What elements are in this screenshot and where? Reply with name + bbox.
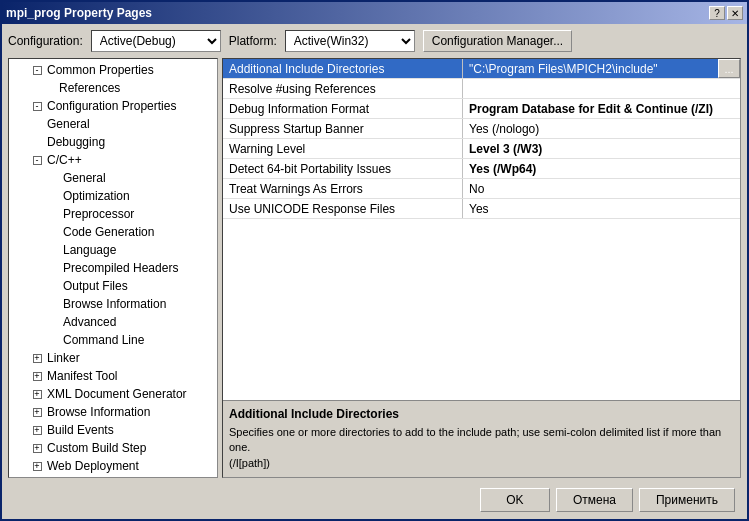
description-text: Specifies one or more directories to add…	[229, 425, 734, 471]
expander-cpp[interactable]: -	[29, 152, 45, 168]
prop-row-resolve-using[interactable]: Resolve #using References	[223, 79, 740, 99]
expander-browse-information[interactable]: +	[29, 404, 45, 420]
tree-label-optimization: Optimization	[61, 189, 130, 203]
tree-item-output-files[interactable]: Output Files	[9, 277, 217, 295]
tree-item-custom-build-step[interactable]: + Custom Build Step	[9, 439, 217, 457]
tree-label-linker: Linker	[45, 351, 80, 365]
prop-row-warning-level[interactable]: Warning Level Level 3 (/W3)	[223, 139, 740, 159]
prop-name-resolve-using: Resolve #using References	[223, 79, 463, 98]
title-bar-buttons: ? ✕	[709, 6, 743, 20]
title-bar: mpi_prog Property Pages ? ✕	[2, 2, 747, 24]
tree-label-web-deployment: Web Deployment	[45, 459, 139, 473]
tree-item-general[interactable]: General	[9, 115, 217, 133]
tree-item-build-events[interactable]: + Build Events	[9, 421, 217, 439]
tree-label-command-line: Command Line	[61, 333, 144, 347]
cancel-button[interactable]: Отмена	[556, 488, 633, 512]
tree-item-xml-doc[interactable]: + XML Document Generator	[9, 385, 217, 403]
prop-value-debug-info: Program Database for Edit & Continue (/Z…	[463, 99, 740, 118]
prop-name-debug-info: Debug Information Format	[223, 99, 463, 118]
tree-label-code-generation: Code Generation	[61, 225, 154, 239]
prop-row-debug-info[interactable]: Debug Information Format Program Databas…	[223, 99, 740, 119]
platform-select[interactable]: Active(Win32)	[285, 30, 415, 52]
prop-name-additional-include: Additional Include Directories	[223, 59, 463, 78]
tree-item-cpp[interactable]: - C/C++	[9, 151, 217, 169]
tree-item-browse-info[interactable]: Browse Information	[9, 295, 217, 313]
expander-manifest-tool[interactable]: +	[29, 368, 45, 384]
main-panels: - Common Properties References - Configu…	[8, 58, 741, 478]
tree-item-preprocessor[interactable]: Preprocessor	[9, 205, 217, 223]
tree-label-custom-build-step: Custom Build Step	[45, 441, 146, 455]
prop-row-suppress-banner[interactable]: Suppress Startup Banner Yes (/nologo)	[223, 119, 740, 139]
expander-xml-doc[interactable]: +	[29, 386, 45, 402]
prop-value-warning-level: Level 3 (/W3)	[463, 139, 740, 158]
expander-custom-build-step[interactable]: +	[29, 440, 45, 456]
tree-label-language: Language	[61, 243, 116, 257]
tree-label-debugging: Debugging	[45, 135, 105, 149]
prop-value-detect-64bit: Yes (/Wp64)	[463, 159, 740, 178]
platform-label: Platform:	[229, 34, 277, 48]
prop-row-detect-64bit[interactable]: Detect 64-bit Portability Issues Yes (/W…	[223, 159, 740, 179]
tree-item-code-generation[interactable]: Code Generation	[9, 223, 217, 241]
tree-item-common-props[interactable]: - Common Properties	[9, 61, 217, 79]
property-panel: Additional Include Directories "C:\Progr…	[222, 58, 741, 478]
tree-label-common-props: Common Properties	[45, 63, 154, 77]
tree-panel[interactable]: - Common Properties References - Configu…	[8, 58, 218, 478]
tree-item-optimization[interactable]: Optimization	[9, 187, 217, 205]
expander-common-props[interactable]: -	[29, 62, 45, 78]
prop-name-unicode-response: Use UNICODE Response Files	[223, 199, 463, 218]
prop-name-detect-64bit: Detect 64-bit Portability Issues	[223, 159, 463, 178]
tree-item-web-deployment[interactable]: + Web Deployment	[9, 457, 217, 475]
expander-build-events[interactable]: +	[29, 422, 45, 438]
prop-name-suppress-banner: Suppress Startup Banner	[223, 119, 463, 138]
property-grid: Additional Include Directories "C:\Progr…	[223, 59, 740, 400]
tree-label-cpp: C/C++	[45, 153, 82, 167]
prop-value-suppress-banner: Yes (/nologo)	[463, 119, 740, 138]
expander-web-deployment[interactable]: +	[29, 458, 45, 474]
close-button[interactable]: ✕	[727, 6, 743, 20]
window-title: mpi_prog Property Pages	[6, 6, 152, 20]
tree-item-command-line[interactable]: Command Line	[9, 331, 217, 349]
prop-row-treat-warnings[interactable]: Treat Warnings As Errors No	[223, 179, 740, 199]
prop-row-additional-include[interactable]: Additional Include Directories "C:\Progr…	[223, 59, 740, 79]
tree-label-browse-information: Browse Information	[45, 405, 150, 419]
content-area: Configuration: Active(Debug) Platform: A…	[2, 24, 747, 521]
tree-label-output-files: Output Files	[61, 279, 128, 293]
ok-button[interactable]: OK	[480, 488, 550, 512]
config-select[interactable]: Active(Debug)	[91, 30, 221, 52]
config-label: Configuration:	[8, 34, 83, 48]
prop-value-resolve-using	[463, 79, 740, 98]
expander-config-props[interactable]: -	[29, 98, 45, 114]
tree-item-advanced[interactable]: Advanced	[9, 313, 217, 331]
tree-label-preprocessor: Preprocessor	[61, 207, 134, 221]
prop-value-unicode-response: Yes	[463, 199, 740, 218]
description-title: Additional Include Directories	[229, 407, 734, 421]
config-manager-button[interactable]: Configuration Manager...	[423, 30, 572, 52]
tree-label-precompiled-headers: Precompiled Headers	[61, 261, 178, 275]
prop-value-additional-include: "C:\Program Files\MPICH2\include" ...	[463, 59, 740, 78]
tree-item-linker[interactable]: + Linker	[9, 349, 217, 367]
description-panel: Additional Include Directories Specifies…	[223, 400, 740, 477]
tree-item-language[interactable]: Language	[9, 241, 217, 259]
tree-label-cpp-general: General	[61, 171, 106, 185]
tree-label-manifest-tool: Manifest Tool	[45, 369, 117, 383]
apply-button[interactable]: Применить	[639, 488, 735, 512]
tree-item-debugging[interactable]: Debugging	[9, 133, 217, 151]
tree-label-general: General	[45, 117, 90, 131]
tree-label-build-events: Build Events	[45, 423, 114, 437]
prop-name-warning-level: Warning Level	[223, 139, 463, 158]
prop-value-treat-warnings: No	[463, 179, 740, 198]
tree-item-config-props[interactable]: - Configuration Properties	[9, 97, 217, 115]
prop-name-treat-warnings: Treat Warnings As Errors	[223, 179, 463, 198]
config-row: Configuration: Active(Debug) Platform: A…	[8, 30, 741, 52]
tree-item-manifest-tool[interactable]: + Manifest Tool	[9, 367, 217, 385]
property-pages-window: mpi_prog Property Pages ? ✕ Configuratio…	[0, 0, 749, 521]
tree-item-browse-information[interactable]: + Browse Information	[9, 403, 217, 421]
tree-label-references: References	[57, 81, 120, 95]
help-button[interactable]: ?	[709, 6, 725, 20]
browse-button-additional-include[interactable]: ...	[718, 59, 740, 78]
prop-row-unicode-response[interactable]: Use UNICODE Response Files Yes	[223, 199, 740, 219]
tree-item-cpp-general[interactable]: General	[9, 169, 217, 187]
expander-linker[interactable]: +	[29, 350, 45, 366]
tree-item-precompiled-headers[interactable]: Precompiled Headers	[9, 259, 217, 277]
tree-item-references[interactable]: References	[9, 79, 217, 97]
